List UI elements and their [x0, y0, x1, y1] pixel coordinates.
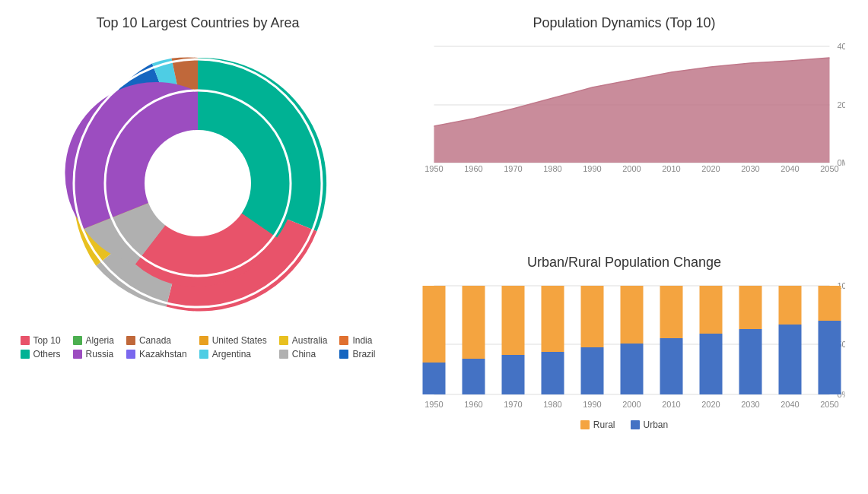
- legend-dot-rural: [580, 420, 590, 429]
- donut-legend: Top 10 Algeria Canada United States Aust…: [21, 335, 376, 359]
- legend-item-canada: Canada: [126, 335, 187, 346]
- bar-x-1990: 1990: [583, 400, 601, 409]
- bar-rural-1990: [581, 286, 604, 347]
- legend-item-top10: Top 10: [21, 335, 61, 346]
- x-label-2030: 2030: [741, 164, 759, 172]
- legend-label-argentina: Argentina: [212, 349, 251, 359]
- legend-label-australia: Australia: [292, 335, 328, 346]
- legend-dot-others: [21, 350, 30, 359]
- legend-item-india: India: [339, 335, 375, 346]
- bar-x-1950: 1950: [424, 400, 443, 409]
- bar-x-2000: 2000: [622, 400, 641, 409]
- bar-rural-2020: [700, 286, 723, 334]
- legend-dot-usa: [199, 336, 208, 345]
- donut-hole: [145, 130, 251, 236]
- x-label-1990: 1990: [583, 164, 601, 172]
- x-label-2020: 2020: [701, 164, 720, 172]
- bar-urban-2010: [660, 338, 683, 394]
- bar-urban-2030: [739, 329, 762, 394]
- bar-x-2040: 2040: [781, 400, 799, 409]
- legend-urban: Urban: [631, 420, 669, 430]
- legend-label-kazakhstan: Kazakhstan: [139, 349, 187, 359]
- legend-dot-kazakhstan: [126, 350, 135, 359]
- bar-rural-2030: [739, 286, 762, 329]
- bar-rural-2050: [819, 286, 841, 321]
- legend-dot-urban: [631, 420, 640, 429]
- legend-label-india: India: [352, 335, 372, 346]
- legend-item-argentina: Argentina: [199, 349, 267, 359]
- legend-label-algeria: Algeria: [86, 335, 114, 346]
- legend-item-others: Others: [21, 349, 61, 359]
- bar-rural-1970: [502, 286, 525, 355]
- legend-label-usa: United States: [212, 335, 267, 346]
- bar-urban-1950: [423, 363, 446, 394]
- population-chart-title: Population Dynamics (Top 10): [403, 15, 845, 31]
- legend-item-usa: United States: [199, 335, 267, 346]
- left-panel: Top 10 Largest Countries by Area: [0, 0, 396, 494]
- bar-rural-2010: [660, 286, 683, 338]
- x-label-2000: 2000: [622, 164, 641, 172]
- donut-chart: [53, 39, 342, 328]
- right-panel: Population Dynamics (Top 10) 4000M 2000M…: [396, 0, 868, 494]
- bar-x-1980: 1980: [543, 400, 561, 409]
- bar-urban-1980: [542, 352, 564, 394]
- bar-chart-legend: Rural Urban: [403, 420, 845, 430]
- legend-dot-india: [339, 336, 348, 345]
- legend-dot-russia: [73, 350, 82, 359]
- bar-rural-2040: [779, 286, 802, 325]
- legend-item-china: China: [279, 349, 328, 359]
- legend-label-brazil: Brazil: [352, 349, 375, 359]
- legend-label-others: Others: [33, 349, 61, 359]
- bar-chart-container: 100% 50% 0%: [403, 278, 845, 415]
- y-label-4000m: 4000M: [838, 42, 846, 51]
- legend-label-rural: Rural: [593, 420, 615, 430]
- x-label-1950: 1950: [424, 164, 443, 172]
- bar-x-2030: 2030: [741, 400, 759, 409]
- population-dynamics-chart: Population Dynamics (Top 10) 4000M 2000M…: [403, 15, 845, 247]
- legend-dot-brazil: [339, 350, 348, 359]
- legend-item-kazakhstan: Kazakhstan: [126, 349, 187, 359]
- bar-x-2050: 2050: [820, 400, 838, 409]
- donut-chart-title: Top 10 Largest Countries by Area: [96, 15, 299, 31]
- bar-rural-1960: [463, 286, 485, 359]
- bar-chart-svg: 100% 50% 0%: [403, 278, 845, 411]
- bar-urban-2020: [700, 334, 723, 394]
- urban-rural-title: Urban/Rural Population Change: [403, 255, 845, 271]
- area-fill: [434, 58, 830, 163]
- legend-label-canada: Canada: [139, 335, 171, 346]
- bar-x-1960: 1960: [464, 400, 482, 409]
- bar-urban-2050: [819, 321, 841, 394]
- bar-x-2020: 2020: [701, 400, 720, 409]
- bar-urban-1960: [463, 359, 485, 394]
- legend-label-russia: Russia: [86, 349, 114, 359]
- bar-x-1970: 1970: [504, 400, 522, 409]
- legend-item-algeria: Algeria: [73, 335, 114, 346]
- legend-dot-argentina: [199, 350, 208, 359]
- legend-label-urban: Urban: [644, 420, 669, 430]
- y-label-2000m: 2000M: [838, 100, 846, 109]
- area-chart-svg: 4000M 2000M 0M 1950 1960 1970 1980 1990 …: [403, 39, 845, 172]
- x-label-2050: 2050: [820, 164, 838, 172]
- legend-dot-algeria: [73, 336, 82, 345]
- x-label-2040: 2040: [781, 164, 799, 172]
- bar-rural-1950: [423, 286, 446, 363]
- bar-x-2010: 2010: [662, 400, 680, 409]
- bar-urban-2000: [621, 344, 644, 394]
- legend-dot-top10: [21, 336, 30, 345]
- bar-urban-2040: [779, 325, 802, 394]
- area-chart-container: 4000M 2000M 0M 1950 1960 1970 1980 1990 …: [403, 39, 845, 176]
- legend-label-top10: Top 10: [33, 335, 61, 346]
- bar-rural-2000: [621, 286, 644, 344]
- legend-dot-canada: [126, 336, 135, 345]
- legend-item-brazil: Brazil: [339, 349, 375, 359]
- x-label-1980: 1980: [543, 164, 561, 172]
- legend-dot-china: [279, 350, 288, 359]
- bar-rural-1980: [542, 286, 564, 352]
- x-label-2010: 2010: [662, 164, 680, 172]
- urban-rural-chart: Urban/Rural Population Change 100% 50% 0…: [403, 255, 845, 486]
- x-label-1960: 1960: [464, 164, 482, 172]
- donut-svg: [53, 39, 342, 328]
- legend-label-china: China: [292, 349, 316, 359]
- legend-rural: Rural: [580, 420, 615, 430]
- legend-item-australia: Australia: [279, 335, 328, 346]
